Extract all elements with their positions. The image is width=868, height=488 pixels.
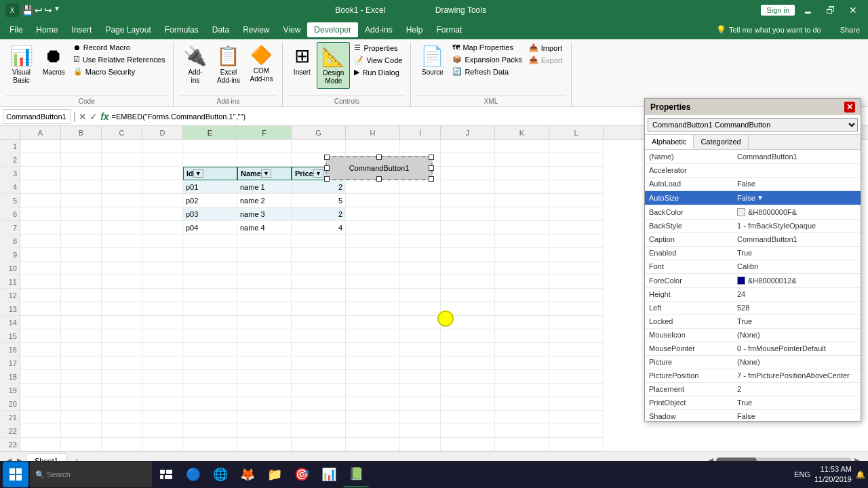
signin-button[interactable]: Sign in xyxy=(761,5,795,16)
cell-j19[interactable] xyxy=(441,384,495,397)
cell-h17[interactable] xyxy=(346,357,400,370)
menu-developer[interactable]: Developer xyxy=(307,22,358,37)
properties-button[interactable]: ☰ Properties xyxy=(351,42,405,54)
cell-l12[interactable] xyxy=(549,289,604,302)
cell-k16[interactable] xyxy=(495,343,549,357)
cell-c12[interactable] xyxy=(102,289,142,302)
cell-f6[interactable]: name 3 xyxy=(237,207,292,221)
col-header-i[interactable]: I xyxy=(400,126,441,139)
cell-l5[interactable] xyxy=(549,194,604,207)
cell-j3[interactable] xyxy=(441,167,495,180)
cell-e23[interactable] xyxy=(183,438,237,451)
skype-taskbar[interactable]: 🔵 xyxy=(180,462,206,487)
cell-e16[interactable] xyxy=(183,343,237,357)
cell-a4[interactable] xyxy=(20,180,61,194)
cell-c16[interactable] xyxy=(102,343,142,357)
start-button[interactable] xyxy=(3,462,28,487)
cell-f3-name-header[interactable]: Name ▼ xyxy=(237,167,292,180)
cell-l23[interactable] xyxy=(549,438,604,451)
menu-add-ins[interactable]: Add-ins xyxy=(358,22,399,37)
cell-k15[interactable] xyxy=(495,329,549,343)
cell-b1[interactable] xyxy=(61,140,102,153)
cell-h10[interactable] xyxy=(346,262,400,275)
cell-i20[interactable] xyxy=(400,397,441,411)
cell-l21[interactable] xyxy=(549,411,604,424)
row-number-18[interactable]: 18 xyxy=(0,370,20,384)
cell-k4[interactable] xyxy=(495,180,549,194)
cell-b21[interactable] xyxy=(61,411,102,424)
minimize-button[interactable]: 🗕 xyxy=(797,5,818,16)
cell-i9[interactable] xyxy=(400,248,441,262)
cell-i1[interactable] xyxy=(400,140,441,153)
cell-a6[interactable] xyxy=(20,207,61,221)
cell-i22[interactable] xyxy=(400,424,441,438)
cell-g1[interactable] xyxy=(292,140,346,153)
cell-j2[interactable] xyxy=(441,153,495,167)
cell-k18[interactable] xyxy=(495,370,549,384)
cell-g13[interactable] xyxy=(292,302,346,316)
com-add-ins-button[interactable]: 🔶 COMAdd-ins xyxy=(245,42,277,86)
col-header-k[interactable]: K xyxy=(495,126,549,139)
cell-b20[interactable] xyxy=(61,397,102,411)
cell-c19[interactable] xyxy=(102,384,142,397)
cell-c9[interactable] xyxy=(102,248,142,262)
cell-b7[interactable] xyxy=(61,221,102,235)
cell-c7[interactable] xyxy=(102,221,142,235)
cell-l13[interactable] xyxy=(549,302,604,316)
cell-a10[interactable] xyxy=(20,262,61,275)
cell-a9[interactable] xyxy=(20,248,61,262)
prop-value-picture[interactable]: (None) xyxy=(733,355,861,369)
cell-j8[interactable] xyxy=(441,235,495,248)
prop-value-printobject[interactable]: True xyxy=(733,396,861,409)
col-header-l[interactable]: L xyxy=(549,126,604,139)
run-dialog-button[interactable]: ▶ Run Dialog xyxy=(351,66,405,78)
cell-j23[interactable] xyxy=(441,438,495,451)
cell-i23[interactable] xyxy=(400,438,441,451)
app6-taskbar[interactable]: 📊 xyxy=(316,462,342,487)
row-number-11[interactable]: 11 xyxy=(0,275,20,289)
row-number-12[interactable]: 12 xyxy=(0,289,20,302)
cell-d22[interactable] xyxy=(142,424,183,438)
row-number-20[interactable]: 20 xyxy=(0,397,20,411)
cell-j7[interactable] xyxy=(441,221,495,235)
cell-f12[interactable] xyxy=(237,289,292,302)
search-button[interactable]: 🔍 Search xyxy=(30,462,152,487)
cell-j1[interactable] xyxy=(441,140,495,153)
cell-i12[interactable] xyxy=(400,289,441,302)
cell-i18[interactable] xyxy=(400,370,441,384)
cell-h5[interactable] xyxy=(346,194,400,207)
row-number-8[interactable]: 8 xyxy=(0,235,20,248)
cell-i11[interactable] xyxy=(400,275,441,289)
cell-j17[interactable] xyxy=(441,357,495,370)
cell-a16[interactable] xyxy=(20,343,61,357)
name-box[interactable] xyxy=(3,109,71,124)
cell-i4[interactable] xyxy=(400,180,441,194)
prop-value-backcolor[interactable]: &H8000000F& xyxy=(733,205,861,219)
cell-i15[interactable] xyxy=(400,329,441,343)
cell-j16[interactable] xyxy=(441,343,495,357)
cell-l8[interactable] xyxy=(549,235,604,248)
macros-button[interactable]: ⏺ Macros xyxy=(39,42,69,79)
cell-b19[interactable] xyxy=(61,384,102,397)
source-button[interactable]: 📄 Source xyxy=(416,42,448,79)
cell-e22[interactable] xyxy=(183,424,237,438)
cell-g15[interactable] xyxy=(292,329,346,343)
cell-k23[interactable] xyxy=(495,438,549,451)
cell-j10[interactable] xyxy=(441,262,495,275)
cell-c23[interactable] xyxy=(102,438,142,451)
cell-c10[interactable] xyxy=(102,262,142,275)
cell-d15[interactable] xyxy=(142,329,183,343)
cell-b17[interactable] xyxy=(61,357,102,370)
cell-g12[interactable] xyxy=(292,289,346,302)
cell-f10[interactable] xyxy=(237,262,292,275)
cell-k11[interactable] xyxy=(495,275,549,289)
cell-e11[interactable] xyxy=(183,275,237,289)
cell-a11[interactable] xyxy=(20,275,61,289)
cell-a8[interactable] xyxy=(20,235,61,248)
macro-security-button[interactable]: 🔒 Macro Security xyxy=(71,66,168,77)
menu-format[interactable]: Format xyxy=(429,22,469,37)
cell-h22[interactable] xyxy=(346,424,400,438)
cell-d9[interactable] xyxy=(142,248,183,262)
import-button[interactable]: 📥 Import xyxy=(526,42,566,54)
cell-i7[interactable] xyxy=(400,221,441,235)
